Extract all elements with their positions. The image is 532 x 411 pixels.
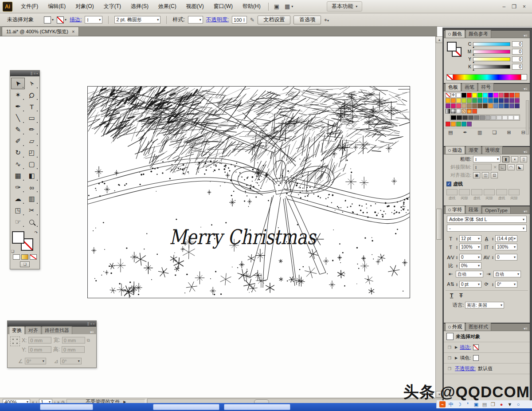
scroll-up-icon[interactable]: ▲ <box>436 36 443 43</box>
tracking-field[interactable]: 0▾ <box>495 254 517 261</box>
tab-color[interactable]: 颜色 <box>445 30 465 38</box>
swatch[interactable] <box>483 98 488 103</box>
transform-panel[interactable]: ⣿ ⠶ ▪ 变换 对齐 路径查找器 ▾≡ X: 0 mm 宽: 0 mm <box>7 320 97 368</box>
lasso-tool[interactable]: Ϙ <box>25 89 39 101</box>
tab-gradient[interactable]: 渐变 <box>466 146 481 154</box>
swatch[interactable] <box>467 98 472 103</box>
show-swatch-kinds-button[interactable]: ▥ <box>477 130 482 135</box>
gray-swatch[interactable] <box>497 115 502 120</box>
symbol-sprayer-tool[interactable]: ☁ <box>11 193 25 205</box>
swatch[interactable] <box>446 109 450 114</box>
swatch[interactable] <box>451 103 456 108</box>
tab-graphic-styles[interactable]: 图形样式 <box>466 323 491 331</box>
join-round-button[interactable]: ◠ <box>508 164 515 170</box>
font-style-dropdown[interactable]: -▾ <box>447 225 527 232</box>
hand-tool[interactable]: ☞ <box>11 216 25 228</box>
swap-fill-stroke-icon[interactable]: ↷ <box>34 230 38 235</box>
taskbar-button[interactable] <box>40 404 93 410</box>
gray-swatch[interactable] <box>491 115 496 120</box>
tab-color-guide[interactable]: 颜色参考 <box>466 30 491 38</box>
delete-swatch-button[interactable]: ⊟ <box>521 130 525 135</box>
swatch[interactable] <box>451 122 456 126</box>
tab-stroke[interactable]: 描边 <box>445 146 465 154</box>
swatch[interactable] <box>509 103 514 108</box>
cursor-options-icon[interactable]: ⌖▾ <box>324 17 329 23</box>
tab-pathfinder[interactable]: 路径查找器 <box>42 326 72 334</box>
dash-field-4[interactable] <box>496 189 507 195</box>
close-button[interactable]: × <box>523 4 526 10</box>
swatch[interactable] <box>467 93 472 98</box>
rotate-angle-dropdown[interactable]: 0°▾ <box>25 358 46 364</box>
blend-tool[interactable]: ∞ <box>25 182 39 193</box>
new-swatch-button[interactable]: ⊞ <box>507 130 511 135</box>
strikethrough-button[interactable]: T <box>459 292 462 299</box>
stroke-weight-dropdown[interactable]: ▲▼▾ <box>473 156 501 162</box>
proportional-spacing-field[interactable]: 0%▾ <box>459 262 481 269</box>
pencil-tool[interactable]: ✏ <box>25 124 39 135</box>
slider-marker-icon[interactable]: ▲ <box>472 46 475 48</box>
none-swatch[interactable] <box>447 75 453 80</box>
swatch[interactable] <box>488 103 493 108</box>
panel-menu-icon[interactable]: ▾≡ <box>523 209 528 213</box>
visibility-icon[interactable]: ❐ <box>446 345 453 350</box>
rotate-tool[interactable]: ↻ <box>11 147 25 158</box>
join-miter-button[interactable]: ∟ <box>499 164 506 170</box>
swatch[interactable] <box>472 98 477 103</box>
stroke-color-dropdown[interactable]: ▾ <box>57 16 66 24</box>
swatch[interactable] <box>451 98 456 103</box>
panel-menu-icon[interactable]: ▾≡ <box>523 150 528 154</box>
rectangle-tool[interactable]: ▭ <box>25 112 39 124</box>
tab-paragraph[interactable]: 段落 <box>466 206 481 213</box>
gradient-tool[interactable]: ◧ <box>25 170 39 182</box>
align-outside-button[interactable]: ⊡ <box>491 172 498 178</box>
menu-item-0[interactable]: 文件(F) <box>16 0 43 13</box>
panel-menu-icon[interactable]: ▾≡ <box>523 87 528 91</box>
tab-symbols[interactable]: 符号 <box>478 83 494 91</box>
tab-opentype[interactable]: OpenType <box>482 207 511 213</box>
swatch[interactable] <box>493 93 498 98</box>
swatch[interactable] <box>446 122 450 126</box>
channel-slider[interactable]: ▲ <box>473 50 510 54</box>
workspace-switcher[interactable]: 基本功能 ▾ <box>327 1 362 12</box>
fill-proxy-white[interactable] <box>447 42 457 51</box>
swatch[interactable] <box>467 109 472 114</box>
swatch[interactable] <box>493 103 498 108</box>
language-dropdown[interactable]: 英语: 美国▾ <box>465 302 504 308</box>
vertical-scrollbar[interactable]: ▲ ▼ <box>435 36 442 398</box>
expand-icon[interactable]: ▶ <box>455 345 458 349</box>
swatch[interactable] <box>456 93 461 98</box>
swatch[interactable] <box>493 98 498 103</box>
expand-icon[interactable]: ▶ <box>455 356 458 360</box>
horizontal-scale-field[interactable]: 100%▾ <box>495 244 517 250</box>
menu-item-2[interactable]: 对象(O) <box>70 0 98 13</box>
spectrum-gradient[interactable] <box>453 75 521 80</box>
type-tool[interactable]: T <box>25 101 39 112</box>
height-field[interactable]: 0 mm <box>62 346 85 353</box>
swatch[interactable] <box>446 103 450 108</box>
swatch[interactable] <box>483 93 488 98</box>
zoom-tool[interactable] <box>25 216 39 228</box>
panel-menu-icon[interactable]: ▾≡ <box>523 34 528 38</box>
swatch[interactable] <box>509 93 514 98</box>
paintbrush-tool[interactable]: ✎ <box>11 124 25 135</box>
align-center-button[interactable]: ▣ <box>473 172 480 178</box>
eraser-tool[interactable]: ▱ <box>25 135 39 147</box>
gray-swatch[interactable] <box>502 115 508 120</box>
visibility-icon[interactable]: ❐ <box>446 356 453 360</box>
stroke-weight-field[interactable]: ▲▼▾ <box>85 16 102 24</box>
swatch[interactable] <box>472 109 477 114</box>
swatch[interactable] <box>499 103 504 108</box>
eyedropper-tool[interactable]: ✑ <box>11 182 25 193</box>
blob-brush-tool[interactable]: ✐ <box>11 135 25 147</box>
artboard-tool[interactable]: ◳ <box>11 205 25 216</box>
appearance-opacity-link[interactable]: 不透明度: <box>455 365 476 372</box>
color-mode-button[interactable] <box>13 254 20 260</box>
swatch[interactable] <box>462 93 466 98</box>
swatch-options-button[interactable]: ❏ <box>492 130 497 135</box>
scale-tool[interactable]: ◰ <box>25 147 39 158</box>
dashed-line-checkbox[interactable]: ✓ <box>446 182 451 186</box>
tab-appearance[interactable]: 外观 <box>445 323 465 331</box>
swatches-scrollbar[interactable] <box>526 100 529 134</box>
arrange-documents-button[interactable]: ▦ ▾ <box>282 2 296 11</box>
join-bevel-button[interactable]: ◣ <box>516 164 524 170</box>
